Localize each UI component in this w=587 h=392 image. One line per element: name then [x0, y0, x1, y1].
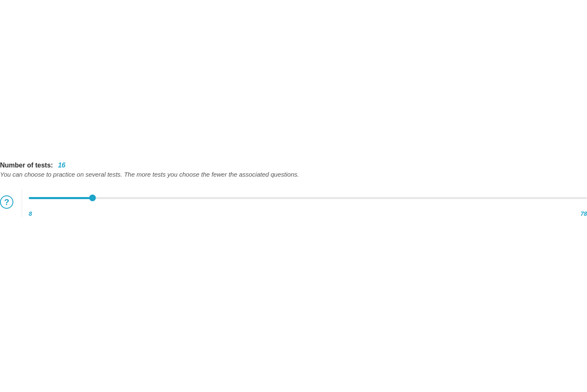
slider-section: Number of tests: 16 You can choose to pr…	[0, 162, 587, 217]
help-icon[interactable]: ?	[0, 195, 13, 209]
slider-header: Number of tests: 16	[0, 162, 587, 169]
slider-description: You can choose to practice on several te…	[0, 171, 587, 178]
slider-thumb[interactable]	[89, 195, 96, 201]
slider-fill	[29, 197, 92, 199]
help-icon-wrapper: ?	[0, 190, 13, 209]
slider-labels: 8 78	[29, 210, 587, 217]
tests-slider[interactable]	[29, 194, 587, 202]
slider-container: 8 78	[22, 190, 587, 217]
slider-track	[29, 197, 587, 199]
slider-value: 16	[58, 162, 65, 169]
slider-title: Number of tests:	[0, 162, 53, 169]
slider-row: ? 8 78	[0, 190, 587, 217]
slider-min-label: 8	[29, 210, 32, 217]
slider-max-label: 78	[580, 210, 587, 217]
